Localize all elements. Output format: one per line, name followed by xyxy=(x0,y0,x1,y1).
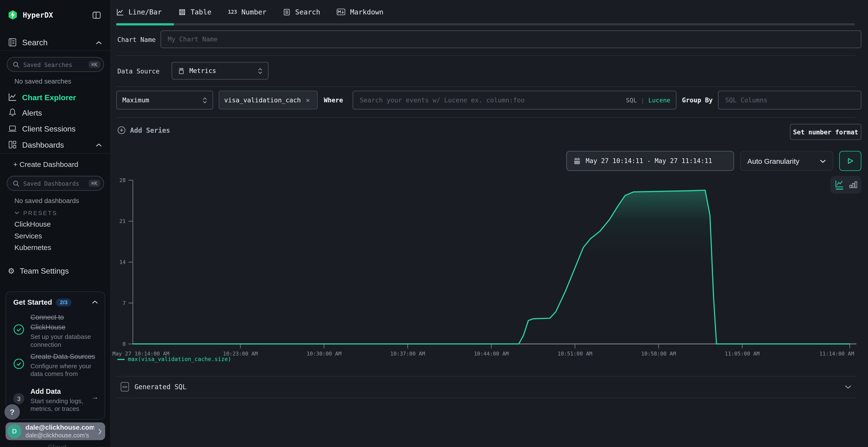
chart-name-label: Chart Name xyxy=(117,36,156,44)
user-menu[interactable]: D dale@clickhouse.com dale@clickhouse.co… xyxy=(5,422,105,440)
set-number-format-button[interactable]: Set number format xyxy=(790,124,861,140)
generated-sql-toggle[interactable]: <> Generated SQL xyxy=(116,376,856,398)
lucene-mode-toggle[interactable]: Lucene xyxy=(648,97,670,104)
get-started-step-add-data[interactable]: 3 Add Data Start sending logs, metrics, … xyxy=(13,386,99,413)
divider xyxy=(0,50,111,51)
sidebar-item-alerts[interactable]: Alerts xyxy=(8,108,42,117)
sidebar-item-client-sessions[interactable]: Client Sessions xyxy=(8,124,75,133)
table-icon xyxy=(179,8,186,16)
sidebar-item-dashboards[interactable]: Dashboards xyxy=(8,140,64,149)
step-title: Create Data Sources xyxy=(30,353,95,360)
svg-text:May 27 10:14:00 AM: May 27 10:14:00 AM xyxy=(112,351,169,357)
get-started-step-sources[interactable]: Create Data Sources Configure where your… xyxy=(13,351,99,378)
svg-text:10:58:00 AM: 10:58:00 AM xyxy=(641,351,676,357)
search-section-label: Search xyxy=(22,38,48,47)
add-series-button[interactable]: Add Series xyxy=(117,126,170,134)
sidebar-item-label: Client Sessions xyxy=(22,124,76,133)
generated-sql-label: Generated SQL xyxy=(134,383,187,391)
divider xyxy=(116,398,856,398)
no-saved-dashboards-note: No saved dashboards xyxy=(14,197,79,204)
chart-name-input-wrap xyxy=(161,30,862,48)
where-label: Where xyxy=(324,96,343,104)
step-title: Add Data xyxy=(30,387,61,395)
tab-label: Table xyxy=(190,8,211,16)
divider xyxy=(116,117,856,118)
metric-chip[interactable]: visa_validation_cach ✕ xyxy=(219,91,318,110)
group-by-input-wrap xyxy=(718,91,862,110)
list-doc-icon xyxy=(283,8,291,16)
saved-dashboards-placeholder: Saved Dashboards xyxy=(23,180,84,187)
data-source-label: Data Source xyxy=(117,67,160,75)
tab-table[interactable]: Table xyxy=(179,8,212,16)
tab-label: Line/Bar xyxy=(128,8,162,16)
tab-underline-track xyxy=(116,23,855,25)
tab-label: Number xyxy=(241,8,267,16)
aggregation-select[interactable]: Maximum xyxy=(116,91,213,110)
check-circle-icon xyxy=(13,312,24,349)
markdown-icon xyxy=(337,8,346,15)
chevron-updown-icon xyxy=(203,97,207,103)
run-query-button[interactable] xyxy=(839,151,862,171)
user-email: dale@clickhouse.com xyxy=(26,424,94,432)
get-started-title: Get Started xyxy=(13,298,52,306)
remove-metric-icon[interactable]: ✕ xyxy=(306,96,310,104)
chevron-down-icon xyxy=(820,159,826,163)
get-started-card: Get Started 2/3 Connect to ClickHouse Se… xyxy=(5,291,105,420)
tab-label: Markdown xyxy=(350,8,383,16)
sidebar-section-search[interactable]: Search xyxy=(8,38,48,47)
chevron-up-icon[interactable] xyxy=(92,300,98,304)
sidebar-item-team-settings[interactable]: ⚙ Team Settings xyxy=(8,267,69,276)
tab-label: Search xyxy=(295,8,320,16)
granularity-select[interactable]: Auto Granularity xyxy=(740,151,833,171)
create-dashboard-button[interactable]: + Create Dashboard xyxy=(13,161,79,169)
svg-text:7: 7 xyxy=(123,300,126,306)
tab-markdown[interactable]: Markdown xyxy=(337,8,383,16)
svg-text:14: 14 xyxy=(119,259,126,265)
chart-name-input[interactable] xyxy=(166,35,855,44)
saved-searches-input[interactable]: Saved Searches ⌘K xyxy=(7,57,104,72)
code-icon: <> xyxy=(121,382,129,391)
divider xyxy=(116,86,856,87)
svg-text:10:30:00 AM: 10:30:00 AM xyxy=(307,351,341,357)
preset-clickhouse[interactable]: ClickHouse xyxy=(14,220,51,228)
collapse-sidebar-icon[interactable] xyxy=(92,10,101,20)
get-started-step-connect[interactable]: Connect to ClickHouse Set up your databa… xyxy=(13,312,99,349)
presets-label: PRESETS xyxy=(23,209,57,216)
chevron-up-icon[interactable] xyxy=(96,143,102,147)
data-source-value: Metrics xyxy=(189,67,253,75)
circle-plus-icon xyxy=(117,126,126,134)
chevron-up-icon[interactable] xyxy=(96,41,102,45)
no-saved-searches-note: No saved searches xyxy=(14,77,71,85)
gear-icon: ⚙ xyxy=(8,267,15,275)
svg-text:11:05:00 AM: 11:05:00 AM xyxy=(725,351,760,357)
timeseries-chart[interactable]: 07142128May 27 10:14:00 AM10:23:00 AM10:… xyxy=(111,174,868,358)
hyperdx-logo-icon xyxy=(8,10,18,20)
divider xyxy=(0,153,111,153)
data-source-select[interactable]: Metrics xyxy=(172,62,269,79)
sql-mode-toggle[interactable]: SQL xyxy=(626,97,637,104)
bell-icon xyxy=(8,108,17,117)
date-range-picker[interactable]: May 27 10:14:11 - May 27 11:14:11 xyxy=(566,151,734,171)
tab-number[interactable]: 123 Number xyxy=(228,8,267,16)
tab-search[interactable]: Search xyxy=(283,8,320,16)
preset-kubernetes[interactable]: Kubernetes xyxy=(14,243,51,251)
step-subtitle: Set up your database connection xyxy=(30,333,98,349)
svg-text:10:51:00 AM: 10:51:00 AM xyxy=(557,351,592,357)
presets-header[interactable]: PRESETS xyxy=(14,209,57,216)
aggregation-value: Maximum xyxy=(122,96,198,104)
chart-legend: max(visa_validation_cache.size) xyxy=(117,356,231,362)
saved-dashboards-input[interactable]: Saved Dashboards ⌘K xyxy=(7,176,104,191)
add-series-label: Add Series xyxy=(130,127,170,134)
group-by-input[interactable] xyxy=(724,96,855,105)
step-title: Connect to ClickHouse xyxy=(30,314,65,331)
preset-services[interactable]: Services xyxy=(14,232,42,240)
laptop-icon xyxy=(8,124,17,133)
active-tab-indicator xyxy=(116,23,174,25)
app-title: HyperDX xyxy=(23,11,53,19)
where-input[interactable] xyxy=(359,96,622,105)
tab-line-bar[interactable]: Line/Bar xyxy=(116,8,162,16)
chevron-updown-icon xyxy=(258,68,262,74)
chevron-down-icon xyxy=(14,211,20,215)
sidebar-item-chart-explorer[interactable]: Chart Explorer xyxy=(8,92,76,102)
help-button[interactable]: ? xyxy=(4,404,20,419)
